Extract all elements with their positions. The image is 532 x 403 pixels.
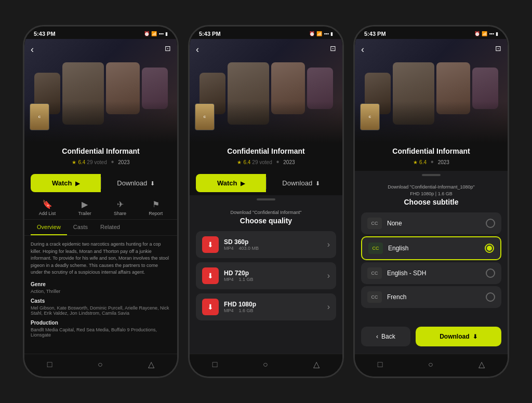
cast-button-1[interactable]: ⊡ (165, 44, 171, 52)
production-label: Production (31, 320, 171, 326)
phone-2: 5:43 PM ⏰ 📶 ▪▪▪ ▮ (188, 25, 344, 378)
trailer-button[interactable]: ▶ Trailer (78, 199, 91, 216)
download-button-2[interactable]: Download (267, 174, 337, 192)
share-button[interactable]: ✈ Share (114, 199, 126, 216)
action-buttons-2: Watch Download (190, 171, 342, 195)
icon-row-1: 🔖 Add List ▶ Trailer ✈ Share ⚑ Report (24, 195, 177, 220)
radio-none (486, 219, 495, 228)
back-subtitle-button[interactable]: ‹ Back (361, 327, 410, 346)
watch-button-1[interactable]: Watch (31, 174, 101, 192)
trailer-icon: ▶ (82, 199, 88, 209)
alarm-icon-2: ⏰ (309, 31, 315, 36)
quality-item-fhd[interactable]: ⬇ FHD 1080p MP4 1.6 GB › (196, 293, 336, 320)
share-icon: ✈ (117, 199, 124, 209)
genre-value: Action, Thriller (31, 289, 171, 294)
battery-icon-2: ▮ (330, 31, 333, 36)
quality-item-hd[interactable]: ⬇ HD 720p MP4 1.1 GB › (196, 262, 336, 289)
nav-triangle-2[interactable]: △ (313, 359, 320, 369)
wifi-icon-2: 📶 (316, 31, 322, 36)
radio-french (486, 292, 495, 302)
tab-related[interactable]: Related (94, 220, 126, 235)
subtitle-item-english-sdh[interactable]: CC English - SDH (361, 262, 501, 284)
nav-circle-1[interactable]: ○ (98, 360, 103, 369)
nav-square-3[interactable]: □ (378, 360, 383, 369)
quality-list: ⬇ SD 360p MP4 403.0 MB › ⬇ HD 720p MP4 1… (190, 227, 342, 354)
year-badge-2: 2023 (283, 159, 295, 165)
battery-icon-3: ▮ (496, 31, 498, 36)
casts-label: Casts (31, 298, 171, 304)
subtitle-item-french[interactable]: CC French (361, 286, 501, 308)
download-button-1[interactable]: Download (101, 174, 171, 192)
tab-overview[interactable]: Overview (31, 220, 67, 235)
download-final-button[interactable]: Download (416, 327, 501, 346)
add-list-button[interactable]: 🔖 Add List (39, 199, 56, 216)
tabs-row-1: Overview Casts Related (24, 220, 177, 236)
subtitle-item-none[interactable]: CC None (361, 212, 501, 234)
movie-thumbnail-2: C (195, 103, 215, 130)
radio-english (485, 244, 494, 253)
star-icon-2: ★ (237, 159, 242, 165)
quality-download-icon-sd: ⬇ (202, 236, 219, 253)
nav-bar-2: □ ○ △ (190, 354, 342, 377)
radio-english-sdh (486, 268, 495, 278)
movie-meta-2: ★ 6.4 29 voted • 2023 (196, 157, 336, 167)
action-buttons-1: Watch Download (24, 171, 177, 195)
battery-icon: ▮ (165, 31, 168, 36)
nav-square-1[interactable]: □ (47, 360, 52, 369)
star-icon-3: ★ (413, 159, 418, 165)
movie-title-2: Confidential Informant (196, 147, 336, 155)
cast-button-2[interactable]: ⊡ (330, 44, 336, 52)
alarm-icon-3: ⏰ (474, 31, 480, 36)
quality-item-sd[interactable]: ⬇ SD 360p MP4 403.0 MB › (196, 231, 336, 258)
subtitle-header: Download "Confidential-Informant_1080p" … (355, 179, 508, 209)
play-icon-2 (241, 179, 245, 187)
wifi-icon: 📶 (151, 31, 157, 36)
nav-square-2[interactable]: □ (212, 360, 218, 369)
quality-name-hd: HD 720p (224, 270, 327, 277)
status-time-1: 5:43 PM (34, 31, 56, 37)
back-button-3[interactable]: ‹ (361, 44, 364, 55)
download-icon-1 (150, 179, 155, 187)
quality-name-fhd: FHD 1080p (224, 301, 327, 308)
subtitle-item-english[interactable]: CC English (361, 236, 501, 260)
subtitle-subtitle: Download "Confidential-Informant_1080p" (363, 184, 499, 190)
tab-casts[interactable]: Casts (67, 220, 94, 235)
star-rating-2: ★ 6.4 29 voted (237, 159, 272, 165)
report-button[interactable]: ⚑ Report (149, 199, 163, 216)
watch-button-2[interactable]: Watch (196, 174, 266, 192)
quality-subtitle: Download "Confidential Informant" (198, 210, 334, 215)
movie-description: During a crack epidemic two narcotics ag… (31, 241, 171, 276)
movie-meta-3: ★ 6.4 • 2023 (361, 157, 501, 167)
cast-button-3[interactable]: ⊡ (495, 44, 501, 52)
bookmark-icon: 🔖 (42, 199, 52, 209)
movie-title-3: Confidential Informant (361, 147, 501, 155)
play-icon-1 (75, 179, 79, 187)
subtitle-label-english: English (388, 245, 480, 252)
signal-icon-3: ▪▪▪ (489, 31, 494, 36)
status-icons-1: ⏰ 📶 ▪▪▪ ▮ (144, 31, 168, 36)
subtitle-sheet: Download "Confidential-Informant_1080p" … (355, 171, 508, 354)
nav-triangle-3[interactable]: △ (478, 359, 485, 369)
subtitle-label-none: None (387, 220, 481, 227)
status-bar-3: 5:43 PM ⏰ 📶 ▪▪▪ ▮ (355, 26, 508, 39)
nav-circle-2[interactable]: ○ (263, 360, 268, 369)
back-button-2[interactable]: ‹ (196, 44, 199, 55)
subtitle-list: CC None CC English CC (355, 209, 508, 321)
nav-circle-3[interactable]: ○ (428, 360, 433, 369)
hero-image-3: ‹ ⊡ C (355, 39, 508, 143)
hero-image-2: ‹ ⊡ C (190, 39, 342, 143)
phone-1: 5:43 PM ⏰ 📶 ▪▪▪ ▮ (23, 25, 179, 378)
subtitle-cc-icon-french: CC (367, 291, 382, 303)
phone-3: 5:43 PM ⏰ 📶 ▪▪▪ ▮ (353, 25, 509, 378)
star-icon: ★ (72, 159, 76, 165)
back-button-1[interactable]: ‹ (31, 44, 34, 55)
status-bar-1: 5:43 PM ⏰ 📶 ▪▪▪ ▮ (24, 26, 177, 39)
nav-triangle-1[interactable]: △ (148, 359, 154, 369)
movie-thumbnail-3: C (360, 103, 380, 130)
quality-title: Choose quality (198, 217, 334, 225)
hero-image-1: ‹ ⊡ C (24, 39, 177, 143)
subtitle-title: Choose subtitle (363, 198, 499, 206)
movie-meta-1: ★ 6.4 29 voted • 2023 (31, 157, 171, 167)
subtitle-actions: ‹ Back Download (355, 321, 508, 354)
chevron-left-icon: ‹ (376, 333, 378, 340)
